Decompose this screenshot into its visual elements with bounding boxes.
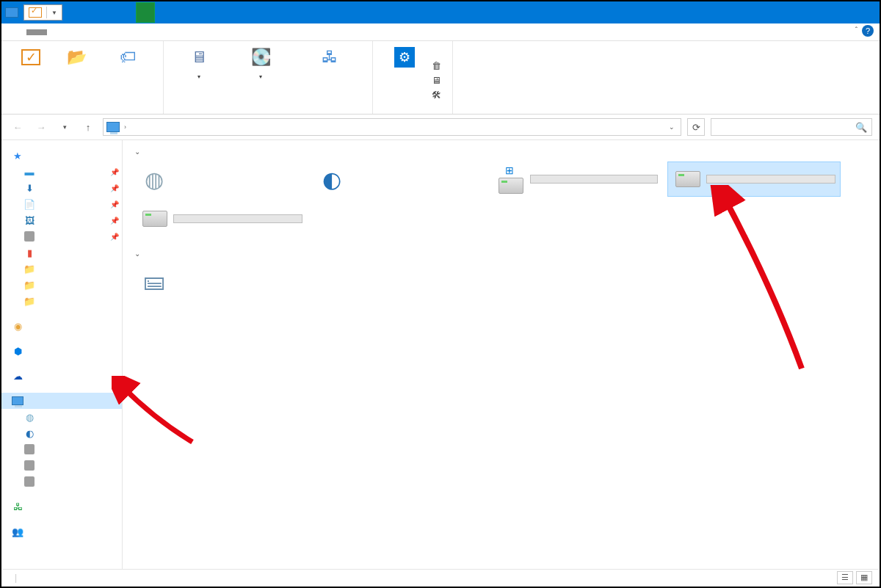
pin-icon: 📌 — [110, 200, 119, 208]
nav-recent-dropdown[interactable]: ▾ — [56, 118, 73, 136]
open-folder-icon: 📂 — [65, 46, 88, 69]
tab-view[interactable] — [47, 29, 68, 35]
sidebar-downloads[interactable]: ⬇📌 — [1, 180, 122, 196]
sidebar-pictures[interactable]: 🖼📌 — [1, 212, 122, 228]
close-button[interactable] — [846, 1, 880, 23]
desktop-icon: ▬ — [23, 166, 35, 178]
refresh-button[interactable]: ⟳ — [687, 118, 705, 136]
manage-icon: 🛠 — [430, 90, 442, 101]
view-tiles-button[interactable]: ▦ — [856, 571, 872, 584]
usage-bar — [173, 214, 302, 223]
usage-bar — [706, 175, 835, 184]
open-button[interactable]: 📂 — [57, 44, 95, 109]
navigation-row: ← → ▾ ↑ › ⌄ ⟳ 🔍 — [1, 115, 880, 139]
qat-dropdown-icon[interactable]: ▼ — [51, 10, 57, 16]
sidebar-yandex[interactable]: ◐ — [1, 425, 122, 441]
quick-access-toolbar[interactable]: ▼ — [23, 4, 62, 21]
uninstall-program-button[interactable]: 🗑 — [430, 60, 446, 72]
sidebar-dropbox[interactable]: ⬢ — [1, 343, 122, 359]
open-settings-button[interactable]: ⚙ — [379, 44, 430, 70]
sidebar-disk-c[interactable] — [1, 441, 122, 457]
a360-icon: ◍ — [139, 164, 169, 194]
address-bar[interactable]: › ⌄ — [103, 118, 681, 136]
sidebar-google[interactable]: ▮ — [1, 244, 122, 261]
ribbon: ✓ 📂 🏷 🖥 ▾ 💽 ▾ 🖧 — [1, 41, 880, 115]
settings-gear-icon: ⚙ — [393, 46, 416, 69]
tab-file[interactable] — [6, 29, 26, 35]
sidebar-a360[interactable]: ◍ — [1, 409, 122, 425]
content-pane: ⌄ ◍ ◐ ⊞ — [123, 140, 880, 576]
sysprops-icon: 🖥 — [430, 75, 442, 87]
status-bar: | ☰ ▦ — [3, 569, 878, 585]
view-details-button[interactable]: ☰ — [837, 571, 853, 584]
minimize-button[interactable] — [778, 1, 812, 23]
downloads-icon: ⬇ — [23, 182, 35, 194]
cc-icon: ◉ — [12, 320, 23, 332]
properties-button[interactable]: ✓ — [7, 44, 54, 109]
uninstall-icon: 🗑 — [430, 60, 442, 72]
navigation-pane: ★ ▬📌 ⬇📌 📄📌 🖼📌 📌 ▮ 📁 📁 📁 ◉ ⬢ ☁ ◍ ◐ 🖧 👥 — [1, 140, 122, 576]
sidebar-onedrive[interactable]: ☁ — [1, 368, 122, 384]
checkbox-icon: ✓ — [19, 46, 43, 69]
help-icon[interactable]: ? — [862, 25, 874, 37]
map-drive-button[interactable]: 💽 ▾ — [231, 44, 290, 109]
tile-yandex-disk[interactable]: ◐ — [312, 161, 485, 197]
manage-button[interactable]: 🛠 — [430, 90, 446, 101]
chevron-down-icon: ⌄ — [134, 250, 140, 258]
sidebar-documents[interactable]: 📄📌 — [1, 196, 122, 212]
drive-icon — [23, 443, 35, 455]
folder-icon: ▮ — [23, 247, 35, 258]
sidebar-creative-cloud[interactable]: ◉ — [1, 318, 122, 334]
group-devices-header[interactable]: ⌄ — [134, 148, 868, 156]
address-dropdown-icon[interactable]: ⌄ — [666, 123, 678, 131]
group-network-header[interactable]: ⌄ — [134, 250, 868, 258]
nav-forward-button[interactable]: → — [32, 118, 50, 136]
nav-back-button[interactable]: ← — [9, 118, 26, 136]
maximize-button[interactable] — [812, 1, 846, 23]
yandex-icon: ◐ — [23, 427, 35, 439]
folder-icon: 📁 — [23, 295, 35, 307]
rename-button[interactable]: 🏷 — [98, 44, 157, 109]
usage-bar — [530, 175, 658, 184]
add-network-location-button[interactable]: 🖧 — [293, 44, 366, 109]
folder-icon: 📁 — [23, 279, 35, 291]
network-drive-icon: 🖴 — [139, 266, 169, 296]
tile-local-disk-c[interactable]: ⊞ — [490, 161, 663, 197]
homegroup-icon: 👥 — [12, 526, 23, 537]
tile-local-disk-e[interactable] — [667, 161, 841, 197]
sidebar-network[interactable]: 🖧 — [1, 498, 122, 515]
qat-properties-icon[interactable] — [29, 7, 42, 18]
sidebar-disk-f[interactable] — [1, 473, 122, 490]
sidebar-instagram[interactable]: 📁 — [1, 261, 122, 277]
body: ★ ▬📌 ⬇📌 📄📌 🖼📌 📌 ▮ 📁 📁 📁 ◉ ⬢ ☁ ◍ ◐ 🖧 👥 ⌄ — [1, 139, 880, 576]
tile-local-disk-f[interactable] — [134, 201, 308, 236]
sidebar-workflow[interactable]: 📁 — [1, 277, 122, 293]
tile-a360-drive[interactable]: ◍ — [134, 161, 308, 197]
nav-up-button[interactable]: ↑ — [79, 118, 97, 136]
sidebar-local-disk[interactable]: 📌 — [1, 228, 122, 244]
network-icon: 🖧 — [12, 501, 23, 512]
sidebar-disk-e[interactable] — [1, 457, 122, 473]
pin-icon: 📌 — [110, 233, 119, 241]
sidebar-homegroup[interactable]: 👥 — [1, 523, 122, 540]
contextual-tab-drive-tools[interactable] — [136, 2, 155, 23]
system-properties-button[interactable]: 🖥 — [430, 75, 446, 87]
media-icon: 🖥 — [187, 46, 211, 69]
search-box[interactable]: 🔍 — [711, 118, 872, 136]
chevron-down-icon: ⌄ — [134, 148, 140, 156]
media-access-button[interactable]: 🖥 ▾ — [170, 44, 228, 109]
sidebar-quick-access[interactable]: ★ — [1, 148, 122, 164]
ribbon-collapse-icon[interactable]: ˆ — [855, 26, 858, 35]
map-drive-icon: 💽 — [249, 46, 272, 69]
tab-computer[interactable] — [26, 29, 47, 35]
drive-icon — [498, 178, 523, 194]
sidebar-desktop[interactable]: ▬📌 — [1, 164, 122, 180]
sidebar-this-pc[interactable] — [1, 393, 122, 409]
sidebar-new-folder[interactable]: 📁 — [1, 293, 122, 309]
star-icon: ★ — [12, 150, 23, 161]
this-pc-icon — [12, 396, 23, 405]
tile-network-location[interactable]: 🖴 — [134, 264, 178, 299]
ribbon-group-location: ✓ 📂 🏷 — [1, 41, 164, 114]
add-network-icon: 🖧 — [318, 46, 341, 69]
tab-manage[interactable] — [104, 29, 125, 35]
